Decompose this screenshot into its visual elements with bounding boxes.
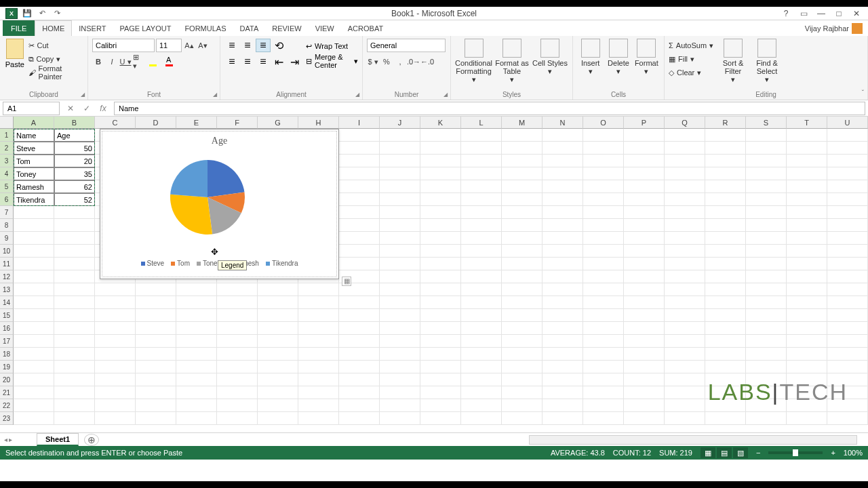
cell[interactable] — [380, 270, 420, 283]
cell[interactable] — [624, 283, 665, 296]
column-head-S[interactable]: S — [746, 117, 787, 129]
cell[interactable] — [787, 232, 827, 245]
cell[interactable] — [502, 386, 542, 399]
cell[interactable] — [339, 155, 380, 167]
cell[interactable] — [95, 335, 136, 348]
column-head-K[interactable]: K — [420, 117, 461, 129]
row-head-22[interactable]: 22 — [0, 399, 14, 412]
cell[interactable] — [95, 361, 136, 373]
save-icon[interactable]: 💾 — [22, 8, 33, 19]
cell[interactable] — [298, 283, 339, 296]
cell[interactable] — [258, 335, 298, 348]
cell[interactable] — [461, 142, 502, 155]
cell[interactable] — [502, 270, 542, 283]
cell[interactable] — [502, 258, 542, 270]
zoom-slider[interactable] — [768, 451, 823, 454]
cell[interactable] — [705, 180, 746, 193]
column-head-E[interactable]: E — [176, 117, 217, 129]
cell[interactable] — [176, 399, 217, 412]
cell[interactable] — [665, 348, 705, 361]
copy-button[interactable]: ⧉Copy ▾ — [28, 52, 83, 66]
cell[interactable] — [542, 206, 583, 219]
cell[interactable] — [14, 348, 54, 361]
cell[interactable] — [542, 167, 583, 180]
cell[interactable] — [461, 155, 502, 167]
row-head-3[interactable]: 3 — [0, 155, 14, 167]
cell[interactable] — [95, 322, 136, 335]
cell[interactable] — [339, 373, 380, 386]
cell[interactable] — [420, 180, 461, 193]
cell[interactable] — [420, 373, 461, 386]
row-head-12[interactable]: 12 — [0, 270, 14, 283]
cell[interactable] — [746, 412, 787, 425]
italic-button[interactable]: I — [106, 55, 118, 68]
cell[interactable] — [827, 361, 868, 373]
cell[interactable] — [827, 245, 868, 258]
percent-icon[interactable]: % — [380, 55, 393, 68]
cell[interactable] — [827, 335, 868, 348]
column-head-F[interactable]: F — [217, 117, 258, 129]
cell[interactable] — [420, 258, 461, 270]
cell[interactable] — [583, 232, 624, 245]
fill-color-button[interactable] — [146, 55, 161, 68]
cell[interactable] — [258, 361, 298, 373]
cell[interactable] — [624, 373, 665, 386]
cell[interactable] — [380, 167, 420, 180]
cell[interactable] — [298, 309, 339, 322]
cell[interactable] — [787, 335, 827, 348]
fill-button[interactable]: ▦Fill ▾ — [669, 52, 713, 66]
cell[interactable] — [258, 412, 298, 425]
cell[interactable] — [827, 180, 868, 193]
cell[interactable] — [298, 296, 339, 309]
cell[interactable] — [624, 232, 665, 245]
cell[interactable] — [583, 155, 624, 167]
column-head-C[interactable]: C — [95, 117, 136, 129]
cell[interactable] — [583, 193, 624, 206]
cell[interactable] — [176, 361, 217, 373]
cell[interactable] — [542, 335, 583, 348]
normal-view-icon[interactable]: ▦ — [701, 447, 715, 458]
cell[interactable] — [54, 399, 95, 412]
cell[interactable] — [542, 296, 583, 309]
zoom-out-icon[interactable]: − — [756, 449, 760, 457]
cell[interactable] — [339, 322, 380, 335]
cell[interactable] — [339, 296, 380, 309]
cell[interactable] — [542, 142, 583, 155]
cell[interactable] — [176, 386, 217, 399]
cell[interactable] — [461, 129, 502, 142]
cell[interactable] — [502, 399, 542, 412]
cell[interactable] — [380, 206, 420, 219]
cell[interactable] — [54, 206, 95, 219]
format-painter-button[interactable]: 🖌Format Painter — [28, 66, 83, 79]
cell[interactable] — [176, 373, 217, 386]
orientation-icon[interactable]: ⟲ — [271, 39, 286, 52]
cell[interactable] — [502, 412, 542, 425]
worksheet-grid[interactable]: ABCDEFGHIJKLMNOPQRSTU 123456789101112131… — [0, 117, 868, 432]
cell[interactable] — [787, 245, 827, 258]
font-size-select[interactable]: 11 — [156, 39, 182, 52]
cell[interactable] — [420, 361, 461, 373]
cell[interactable] — [705, 283, 746, 296]
cell[interactable] — [787, 258, 827, 270]
cell[interactable] — [583, 270, 624, 283]
cell[interactable] — [339, 219, 380, 232]
cell[interactable] — [95, 309, 136, 322]
number-format-select[interactable]: General — [367, 39, 446, 52]
cell[interactable] — [461, 296, 502, 309]
increase-indent-icon[interactable]: ⇥ — [287, 55, 302, 68]
ribbon-display-icon[interactable]: ▭ — [795, 7, 812, 20]
cell[interactable] — [298, 348, 339, 361]
tab-pagelayout[interactable]: PAGE LAYOUT — [113, 20, 178, 36]
cell[interactable] — [54, 348, 95, 361]
cell[interactable] — [542, 270, 583, 283]
column-head-O[interactable]: O — [583, 117, 624, 129]
cell[interactable] — [542, 361, 583, 373]
cell[interactable] — [665, 142, 705, 155]
user-name[interactable]: Vijay Rajbhar — [805, 23, 863, 34]
cell[interactable] — [827, 270, 868, 283]
cell[interactable] — [136, 361, 176, 373]
cell[interactable] — [420, 386, 461, 399]
cell[interactable] — [420, 155, 461, 167]
cell[interactable] — [258, 296, 298, 309]
pie-slice-Steve[interactable] — [208, 160, 244, 197]
